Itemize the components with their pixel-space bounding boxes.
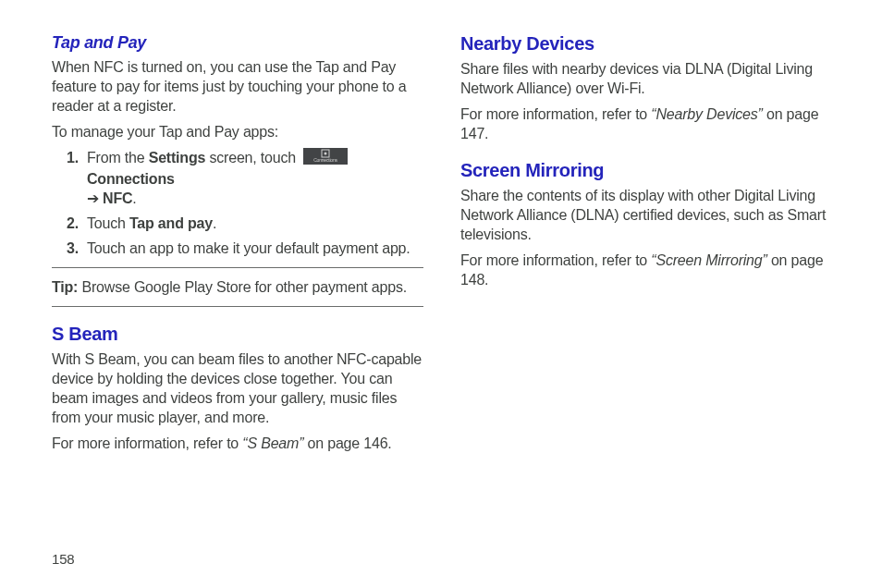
tip-body: Browse Google Play Store for other payme… [78,279,407,295]
text-bold: Settings [149,150,206,165]
svg-point-2 [325,153,327,155]
paragraph: With S Beam, you can beam files to anoth… [52,349,423,427]
paragraph: For more information, refer to “Nearby D… [460,104,832,143]
heading-screen-mirroring: Screen Mirroring [460,160,832,181]
text: For more information, refer to [460,252,651,268]
list-body: Touch Tap and pay. [87,214,423,233]
divider [52,267,423,268]
right-column: Nearby Devices Share files with nearby d… [460,33,832,470]
section-screen-mirroring: Screen Mirroring Share the contents of i… [460,160,832,289]
section-nearby-devices: Nearby Devices Share files with nearby d… [460,33,832,143]
text: From the [87,150,149,165]
paragraph: Share the contents of its display with o… [460,186,832,244]
section-tap-and-pay: Tap and Pay When NFC is turned on, you c… [52,33,423,307]
arrow-icon: ➔ [87,190,103,206]
paragraph: For more information, refer to “Screen M… [460,251,832,289]
text: For more information, refer to [460,106,651,122]
list-number: 3. [67,239,87,258]
list-number: 1. [67,148,87,167]
text-bold: Connections [87,171,175,187]
list-item: 1. From the Settings screen, touch Conne… [67,148,423,208]
heading-nearby-devices: Nearby Devices [460,33,832,55]
text: . [213,215,216,231]
text-italic: “Nearby Devices” [651,106,762,122]
text: . [132,190,136,206]
left-column: Tap and Pay When NFC is turned on, you c… [52,33,423,470]
section-s-beam: S Beam With S Beam, you can beam files t… [52,324,423,453]
heading-tap-and-pay: Tap and Pay [52,33,423,53]
divider [52,306,423,307]
page-number: 158 [52,551,74,567]
text-italic: “S Beam” [242,435,303,451]
text: Touch [87,215,129,231]
text-bold: NFC [103,190,132,206]
list-number: 2. [67,214,87,233]
text-italic: “Screen Mirroring” [651,252,766,268]
ordered-list: 1. From the Settings screen, touch Conne… [52,148,423,258]
text-bold: Tap and pay [129,215,213,231]
list-item: 2. Touch Tap and pay. [67,214,423,233]
text: screen, touch [205,150,300,165]
paragraph: For more information, refer to “S Beam” … [52,434,423,453]
text: For more information, refer to [52,435,242,451]
tip: Tip: Browse Google Play Store for other … [52,277,423,297]
heading-s-beam: S Beam [52,324,423,345]
text: on page 146. [303,435,391,451]
list-item: 3. Touch an app to make it your default … [67,239,423,258]
svg-text:Connections: Connections [313,157,337,163]
list-body: From the Settings screen, touch Connecti… [87,148,423,208]
paragraph: Share files with nearby devices via DLNA… [460,59,832,98]
connections-icon: Connections [303,148,348,169]
paragraph: When NFC is turned on, you can use the T… [52,57,423,116]
tip-label: Tip: [52,279,78,295]
page-content: Tap and Pay When NFC is turned on, you c… [0,0,882,470]
list-body: Touch an app to make it your default pay… [87,239,423,258]
paragraph: To manage your Tap and Pay apps: [52,122,423,141]
